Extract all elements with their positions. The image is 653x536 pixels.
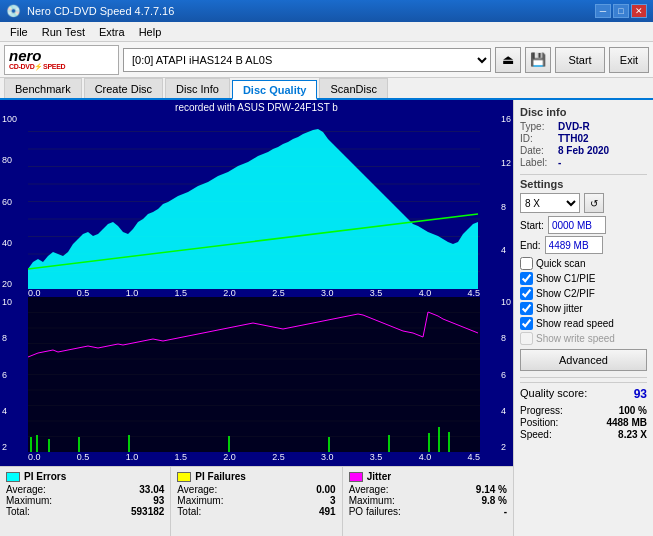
pi-total-val: 593182 [131, 506, 164, 517]
jitter-avg-label: Average: [349, 484, 389, 495]
tab-disc-info[interactable]: Disc Info [165, 78, 230, 98]
byr-6: 6 [501, 370, 511, 380]
by-6: 6 [2, 370, 12, 380]
end-mb-input[interactable] [545, 236, 603, 254]
pif-avg-row: Average: 0.00 [177, 484, 335, 495]
xb-4.0: 4.0 [419, 452, 432, 462]
show-c1pie-checkbox[interactable] [520, 272, 533, 285]
advanced-button[interactable]: Advanced [520, 349, 647, 371]
close-button[interactable]: ✕ [631, 4, 647, 18]
maximize-button[interactable]: □ [613, 4, 629, 18]
divider-1 [520, 174, 647, 175]
x-axis-labels-top: 0.0 0.5 1.0 1.5 2.0 2.5 3.0 3.5 4.0 4.5 [28, 288, 480, 298]
speed-refresh-button[interactable]: ↺ [584, 193, 604, 213]
xa-1.5: 1.5 [174, 288, 187, 298]
show-read-speed-label: Show read speed [536, 318, 614, 329]
save-button[interactable]: 💾 [525, 47, 551, 73]
disc-type-val: DVD-R [558, 121, 590, 132]
po-failures-val: - [504, 506, 507, 517]
show-jitter-label: Show jitter [536, 303, 583, 314]
speed-selector[interactable]: 8 X [520, 193, 580, 213]
svg-rect-29 [48, 439, 50, 452]
tab-create-disc[interactable]: Create Disc [84, 78, 163, 98]
xa-2.0: 2.0 [223, 288, 236, 298]
pi-errors-legend: PI Errors [6, 471, 164, 482]
stats-region: PI Errors Average: 33.04 Maximum: 93 Tot… [0, 466, 513, 536]
xa-1.0: 1.0 [126, 288, 139, 298]
byr-8: 8 [501, 333, 511, 343]
pi-max-row: Maximum: 93 [6, 495, 164, 506]
quality-score-value: 93 [634, 387, 647, 401]
disc-id-key: ID: [520, 133, 558, 144]
speed-value: 8.23 X [618, 429, 647, 440]
disc-id-row: ID: TTH02 [520, 133, 647, 144]
tab-benchmark[interactable]: Benchmark [4, 78, 82, 98]
disc-info-title: Disc info [520, 106, 647, 118]
xb-3.0: 3.0 [321, 452, 334, 462]
jitter-avg-val: 9.14 % [476, 484, 507, 495]
disc-type-row: Type: DVD-R [520, 121, 647, 132]
nero-subtitle: CD-DVD⚡SPEED [9, 63, 65, 71]
title-bar: 💿 Nero CD-DVD Speed 4.7.7.16 ─ □ ✕ [0, 0, 653, 22]
exit-button[interactable]: Exit [609, 47, 649, 73]
pi-max-label: Maximum: [6, 495, 52, 506]
settings-title: Settings [520, 178, 647, 190]
jitter-avg-row: Average: 9.14 % [349, 484, 507, 495]
show-jitter-row: Show jitter [520, 302, 647, 315]
jitter-max-label: Maximum: [349, 495, 395, 506]
pi-errors-label: PI Errors [24, 471, 66, 482]
show-read-speed-checkbox[interactable] [520, 317, 533, 330]
eject-button[interactable]: ⏏ [495, 47, 521, 73]
progress-row: Progress: 100 % [520, 405, 647, 416]
svg-rect-28 [36, 435, 38, 452]
xb-1.0: 1.0 [126, 452, 139, 462]
logo-area: nero CD-DVD⚡SPEED [4, 45, 119, 75]
byr-2: 2 [501, 442, 511, 452]
pi-total-label: Total: [6, 506, 30, 517]
menu-extra[interactable]: Extra [93, 25, 131, 39]
start-button[interactable]: Start [555, 47, 605, 73]
speed-label: Speed: [520, 429, 552, 440]
svg-rect-32 [228, 436, 230, 452]
start-mb-label: Start: [520, 220, 544, 231]
bottom-y-axis-right: 10 8 6 4 2 [501, 297, 511, 452]
xa-0.5: 0.5 [77, 288, 90, 298]
tab-scan-disc[interactable]: ScanDisc [319, 78, 387, 98]
menu-file[interactable]: File [4, 25, 34, 39]
byr-10: 10 [501, 297, 511, 307]
disc-date-val: 8 Feb 2020 [558, 145, 609, 156]
byr-4: 4 [501, 406, 511, 416]
xb-3.5: 3.5 [370, 452, 383, 462]
jitter-color [349, 472, 363, 482]
end-mb-label: End: [520, 240, 541, 251]
quick-scan-checkbox[interactable] [520, 257, 533, 270]
progress-section: Progress: 100 % Position: 4488 MB Speed:… [520, 405, 647, 440]
pif-max-row: Maximum: 3 [177, 495, 335, 506]
position-value: 4488 MB [606, 417, 647, 428]
menu-run-test[interactable]: Run Test [36, 25, 91, 39]
pif-avg-label: Average: [177, 484, 217, 495]
menu-help[interactable]: Help [133, 25, 168, 39]
bottom-y-axis: 10 8 6 4 2 [2, 297, 12, 452]
show-c2pif-checkbox[interactable] [520, 287, 533, 300]
svg-rect-37 [448, 432, 450, 452]
end-mb-row: End: [520, 236, 647, 254]
show-write-speed-label: Show write speed [536, 333, 615, 344]
top-y-axis-right: 16 12 8 4 [501, 114, 511, 289]
pi-failures-legend: PI Failures [177, 471, 335, 482]
show-read-speed-row: Show read speed [520, 317, 647, 330]
charts-region: recorded with ASUS DRW-24F1ST b [0, 100, 513, 466]
minimize-button[interactable]: ─ [595, 4, 611, 18]
chart-title: recorded with ASUS DRW-24F1ST b [175, 102, 338, 113]
pi-errors-group: PI Errors Average: 33.04 Maximum: 93 Tot… [0, 467, 171, 536]
show-jitter-checkbox[interactable] [520, 302, 533, 315]
y-20: 20 [2, 279, 17, 289]
jitter-max-val: 9.8 % [481, 495, 507, 506]
tab-disc-quality[interactable]: Disc Quality [232, 80, 318, 100]
start-mb-input[interactable] [548, 216, 606, 234]
show-c1pie-label: Show C1/PIE [536, 273, 595, 284]
po-failures-row: PO failures: - [349, 506, 507, 517]
show-write-speed-checkbox[interactable] [520, 332, 533, 345]
drive-selector[interactable]: [0:0] ATAPI iHAS124 B AL0S [123, 48, 491, 72]
position-label: Position: [520, 417, 558, 428]
